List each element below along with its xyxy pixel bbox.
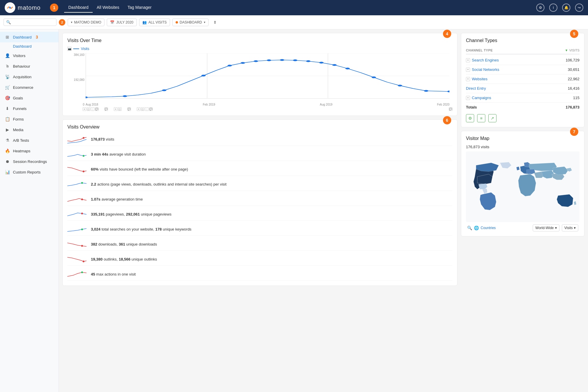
search-input[interactable] — [13, 20, 54, 24]
expand-icon[interactable]: ⬆ — [213, 20, 217, 25]
sparkline-gen-time — [67, 195, 88, 204]
channel-name-campaigns[interactable]: + Campaigns — [466, 96, 491, 100]
sidebar-label-visitors: Visitors — [13, 54, 25, 58]
sidebar-item-ecommerce[interactable]: 🛒 Ecommerce — [0, 82, 59, 93]
map-countries-link[interactable]: Countries — [481, 226, 496, 230]
chart-icon-10[interactable]: ◫ — [141, 107, 144, 111]
site-selector[interactable]: ▾ MATOMO DEMO — [68, 19, 104, 26]
sidebar-item-goals[interactable]: 🎯 Goals — [0, 93, 59, 103]
sidebar-label-ecommerce: Ecommerce — [13, 85, 33, 90]
chart-icon-13[interactable]: 💬 — [449, 107, 452, 111]
sidebar-item-session-recordings[interactable]: ⏺ Session Recordings — [0, 156, 59, 167]
region-caret: ▾ — [555, 226, 557, 230]
sidebar-item-behaviour[interactable]: 🖱 Behaviour — [0, 61, 59, 71]
site-caret: ▾ — [71, 21, 72, 24]
sidebar-item-dashboard[interactable]: ⊞ Dashboard 3 — [0, 32, 59, 42]
chart-icon-8[interactable]: 💬 — [127, 107, 131, 111]
legend-line — [73, 49, 79, 49]
channel-name-social[interactable]: + Social Networks — [466, 67, 499, 72]
channel-expand-campaigns[interactable]: + — [466, 96, 470, 100]
chart-icon-1[interactable]: ≡ — [83, 107, 86, 111]
sidebar-item-visitors[interactable]: 👤 Visitors — [0, 50, 59, 61]
nav-link-tag-manager[interactable]: Tag Manager — [124, 3, 156, 13]
notifications-icon[interactable]: 🔔 — [562, 4, 570, 12]
segment-selector[interactable]: 👥 ALL VISITS — [139, 19, 170, 26]
overview-item-bounce: 60% visits have bounced (left the websit… — [67, 163, 452, 176]
sparkline-outlinks — [67, 255, 88, 264]
sidebar-item-forms[interactable]: 📋 Forms — [0, 114, 59, 124]
pageviews-value: 335,191 — [91, 212, 105, 216]
logo-icon — [5, 2, 15, 13]
chart-icon-9[interactable]: ≡ — [137, 107, 140, 111]
keywords-value: 178 — [155, 227, 162, 231]
user-icon[interactable]: ↪ — [575, 4, 583, 12]
sidebar-item-media[interactable]: ▶ Media — [0, 124, 59, 135]
map-search-icon[interactable]: 🔍 — [467, 226, 472, 230]
settings-icon[interactable]: ⚙ — [536, 4, 544, 12]
channel-table-btn[interactable]: ≡ — [477, 114, 485, 122]
svg-point-26 — [83, 137, 84, 139]
chart-icon-4[interactable]: 💬 — [95, 107, 99, 111]
chart-icon-6[interactable]: ≡ — [114, 107, 117, 111]
sidebar-item-heatmaps[interactable]: 🔥 Heatmaps — [0, 146, 59, 156]
nav-link-dashboard[interactable]: Dashboard — [64, 3, 93, 13]
search-box[interactable]: 🔍 — [4, 19, 56, 26]
heatmaps-icon: 🔥 — [5, 149, 10, 153]
world-map-svg — [466, 151, 579, 222]
sidebar-item-acquisition[interactable]: 📡 Acquisition — [0, 71, 59, 82]
overview-item-gen-time: 1.07s average generation time — [67, 193, 452, 206]
date-selector[interactable]: 📅 JULY 2020 — [107, 19, 136, 26]
sidebar-label-forms: Forms — [13, 117, 24, 121]
chart-icon-12[interactable]: 💬 — [149, 107, 153, 111]
y-labels: 384,160 192,080 0 — [70, 53, 84, 106]
channel-header-visits: ▼ VISITS — [565, 49, 579, 52]
svg-point-9 — [123, 95, 127, 97]
chart-icon-7[interactable]: ◫ — [118, 107, 121, 111]
svg-point-14 — [254, 60, 258, 62]
site-label: MATOMO DEMO — [74, 20, 101, 24]
overview-text-visits: 176,873 visits — [91, 137, 114, 142]
overview-list: 176,873 visits 3 min 44s average visit d… — [67, 133, 452, 281]
x-label-0: Aug 2018 — [86, 103, 98, 106]
nav-icons: ⚙ i 🔔 ↪ — [536, 4, 583, 12]
chart-icon-5[interactable]: 💬 — [104, 107, 108, 111]
svg-point-16 — [280, 59, 284, 61]
media-icon: ▶ — [5, 127, 10, 132]
info-icon[interactable]: i — [549, 4, 557, 12]
region-select[interactable]: World-Wide ▾ — [533, 224, 559, 231]
overview-item-downloads: 382 downloads, 361 unique downloads — [67, 238, 452, 251]
visits-over-time-card: 4 Visits Over Time 📷 Visits 384,160 192,… — [62, 33, 457, 116]
channel-export-btn[interactable]: ↗ — [488, 114, 497, 122]
channel-val-campaigns: 115 — [573, 96, 579, 100]
step-3-badge: 3 — [36, 35, 38, 39]
actions-label: actions (page views, downloads, outlinks… — [96, 182, 226, 186]
channel-settings-btn[interactable]: ⚙ — [466, 114, 474, 122]
nav-link-all-websites[interactable]: All Websites — [93, 3, 124, 13]
chart-icon-3[interactable]: ⋮ — [91, 107, 94, 111]
sidebar-item-custom-reports[interactable]: 📊 Custom Reports — [0, 167, 59, 177]
chart-icon-2[interactable]: ◫ — [87, 107, 90, 111]
visitors-icon: 👤 — [5, 53, 10, 58]
channel-expand-social[interactable]: + — [466, 68, 470, 72]
channel-expand-websites[interactable]: + — [466, 77, 470, 81]
channel-expand-search[interactable]: + — [466, 58, 470, 62]
unique-downloads-value: 361 — [119, 242, 125, 246]
unique-pageviews-label: unique pageviews — [140, 212, 171, 216]
channel-name-websites[interactable]: + Websites — [466, 77, 487, 81]
date-label: JULY 2020 — [116, 20, 133, 24]
chart-legend-icon[interactable]: 📷 — [67, 47, 71, 51]
keywords-label: unique keywords — [162, 227, 191, 231]
view-selector[interactable]: DASHBOARD ▾ — [172, 19, 209, 26]
overview-item-max-actions: 45 max actions in one visit — [67, 268, 452, 281]
sidebar-sub-dashboard[interactable]: Dashboard — [0, 42, 59, 50]
metric-select[interactable]: Visits ▾ — [562, 224, 578, 231]
chart-icon-11[interactable]: ⋮ — [145, 107, 149, 111]
chart-legend: 📷 Visits — [67, 47, 452, 51]
svg-point-13 — [241, 62, 245, 64]
channel-name-search[interactable]: + Search Engines — [466, 58, 499, 62]
left-column: 4 Visits Over Time 📷 Visits 384,160 192,… — [62, 33, 457, 388]
sidebar-item-funnels[interactable]: ⬇ Funnels — [0, 103, 59, 114]
session-recordings-icon: ⏺ — [5, 159, 10, 164]
sidebar-item-ab-tests[interactable]: ⚗ A/B Tests — [0, 135, 59, 146]
svg-point-12 — [227, 65, 232, 66]
